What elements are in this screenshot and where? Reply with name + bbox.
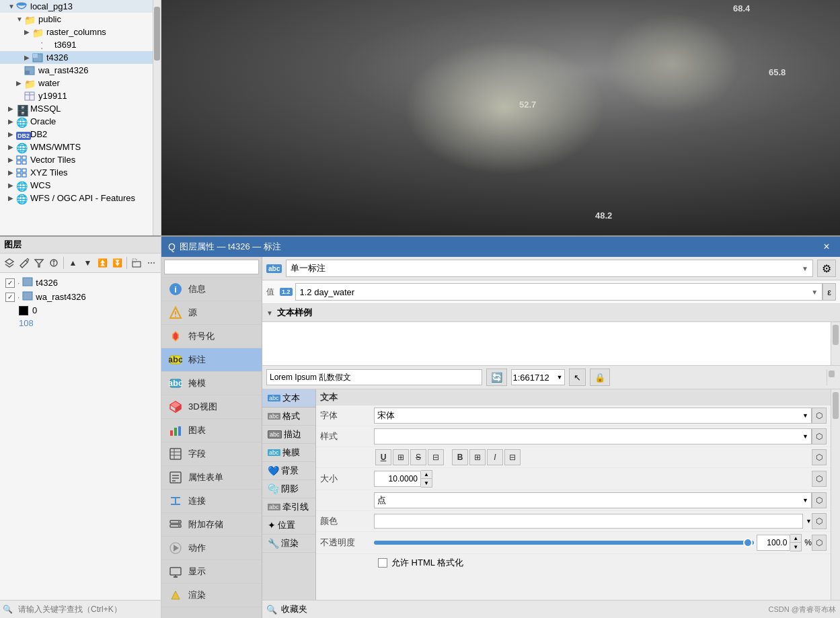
tree-scrollbar[interactable]	[153, 0, 161, 235]
opacity-slider[interactable]	[374, 538, 754, 547]
nav-item-action[interactable]: 动作	[161, 537, 262, 560]
tree-item-DB2[interactable]: ▶ DB2 DB2	[0, 128, 153, 141]
tree-item-XYZTiles[interactable]: ▶ XYZ Tiles	[0, 166, 153, 179]
layer-item-t4326[interactable]: · t4326	[3, 276, 158, 290]
cursor-btn[interactable]: ↖	[569, 369, 586, 386]
nav-item-storage[interactable]: 附加存储	[161, 513, 262, 537]
ratio-select[interactable]: 1:661712 ▼	[511, 369, 565, 385]
props-scrollbar[interactable]	[831, 389, 840, 600]
subnav-item-maskmask[interactable]: abc 掩膜	[262, 444, 315, 462]
subnav-item-shadow[interactable]: 🫧 阴影	[262, 480, 315, 498]
subnav-item-text[interactable]: abc 文本	[262, 389, 315, 408]
size-up-btn[interactable]: ▲	[421, 471, 432, 479]
opacity-spinbox[interactable]: ▲ ▼	[757, 534, 802, 551]
move-bottom-btn[interactable]: ⏬	[110, 256, 124, 270]
value-field-select[interactable]: 1.2 day_water ▼	[295, 283, 823, 301]
tree-item-Oracle[interactable]: ▶ 🌐 Oracle	[0, 115, 153, 128]
nav-item-symbol[interactable]: 符号化	[161, 325, 262, 348]
feature-btn[interactable]: f	[47, 256, 61, 270]
italic-btn[interactable]: I	[487, 449, 503, 465]
lorem-scrollbar[interactable]	[827, 369, 836, 385]
color-swatch[interactable]	[374, 514, 803, 529]
collapse-arrow[interactable]: ▼	[266, 309, 273, 317]
unit-select[interactable]: 点 ▼	[374, 492, 812, 508]
opacity-down-btn[interactable]: ▼	[790, 543, 801, 551]
nav-item-info[interactable]: i 信息	[161, 278, 262, 301]
font-select[interactable]: 宋体 ▼	[374, 408, 812, 424]
tree-item-WFS[interactable]: ▶ 🌐 WFS / OGC API - Features	[0, 192, 153, 204]
format-reset-btn[interactable]: ⬡	[812, 449, 827, 465]
size-spinbox[interactable]: ▲ ▼	[374, 470, 432, 488]
strikethrough-container-btn[interactable]: ⊞	[393, 449, 409, 465]
more-btn[interactable]: ⋯	[145, 256, 158, 270]
nav-item-form[interactable]: 属性表单	[161, 466, 262, 490]
size-reset-btn[interactable]: ⬡	[812, 471, 827, 487]
group-btn[interactable]	[130, 256, 143, 270]
dialog-close-button[interactable]: ×	[820, 240, 833, 254]
layer-visibility-wa[interactable]	[5, 293, 15, 302]
tree-item-VectorTiles[interactable]: ▶ Vector Tiles	[0, 153, 153, 166]
tree-item-water[interactable]: ▶ 📁 water	[0, 77, 153, 89]
size-down-btn[interactable]: ▼	[421, 479, 432, 487]
tree-item-WMS[interactable]: ▶ 🌐 WMS/WMTS	[0, 141, 153, 153]
nav-item-fields[interactable]: 字段	[161, 442, 262, 466]
subnav-item-stroke[interactable]: abc 描边	[262, 426, 315, 444]
allow-html-checkbox[interactable]	[378, 558, 387, 568]
color-reset-btn[interactable]: ⬡	[812, 513, 827, 529]
opacity-up-btn[interactable]: ▲	[790, 535, 801, 543]
label-mode-select[interactable]: 单一标注 ▼	[286, 260, 813, 277]
nav-search-input[interactable]	[164, 260, 259, 274]
tree-item-WCS[interactable]: ▶ 🌐 WCS	[0, 179, 153, 192]
subnav-item-callout[interactable]: abc 牵引线	[262, 498, 315, 516]
layers-search-input[interactable]	[15, 603, 158, 615]
tree-item-public[interactable]: ▼ 📁 public	[0, 13, 153, 26]
tree-item-t3691[interactable]: ⁚ t3691	[0, 38, 153, 51]
layer-visibility-t4326[interactable]	[5, 278, 15, 288]
nav-item-source[interactable]: 源	[161, 301, 262, 325]
layer-item-wa_rast4326[interactable]: · wa_rast4326	[3, 290, 158, 304]
tree-item-raster_columns[interactable]: ▶ 📁 raster_columns	[0, 26, 153, 38]
unit-reset-btn[interactable]: ⬡	[812, 492, 827, 508]
add-layer-btn[interactable]	[3, 256, 16, 270]
up-btn[interactable]: ▲	[67, 256, 80, 270]
opacity-input[interactable]	[757, 535, 790, 551]
opacity-reset-btn[interactable]: ⬡	[812, 535, 827, 551]
bold-btn[interactable]: B	[452, 449, 468, 465]
expression-btn[interactable]: ε	[823, 283, 836, 301]
strikethrough-btn[interactable]: S	[410, 449, 426, 465]
nav-item-label[interactable]: abc 标注	[161, 348, 262, 372]
underline-btn[interactable]: U	[375, 449, 391, 465]
nav-item-join[interactable]: 连接	[161, 490, 262, 513]
tree-item-t4326[interactable]: ▶ t4326	[0, 51, 153, 64]
nav-item-chart[interactable]: 图表	[161, 419, 262, 442]
bold-container-btn[interactable]: ⊞	[469, 449, 486, 465]
edit-layer-btn[interactable]	[17, 256, 31, 270]
italic-container-btn[interactable]: ⊟	[504, 449, 521, 465]
lock-btn[interactable]: 🔒	[590, 369, 610, 386]
style-select[interactable]: ▼	[374, 428, 812, 445]
move-top-btn[interactable]: ⏫	[96, 256, 109, 270]
label-settings-btn[interactable]: ⚙	[817, 260, 836, 277]
style-reset-btn[interactable]: ⬡	[812, 428, 827, 445]
callout-icon: abc	[268, 504, 280, 510]
refresh-btn[interactable]: 🔄	[486, 369, 507, 386]
subnav-item-bg[interactable]: 💙 背景	[262, 462, 315, 480]
lorem-input[interactable]	[266, 369, 482, 385]
filter-btn[interactable]	[32, 256, 46, 270]
tree-item-wa_rast4326[interactable]: wa_rast4326	[0, 64, 153, 77]
tree-item-local_pg13[interactable]: ▼ local_pg13	[0, 0, 153, 13]
tree-item-y19911[interactable]: y19911	[0, 89, 153, 102]
preview-scrollbar[interactable]	[831, 322, 840, 365]
size-input[interactable]	[374, 471, 421, 487]
subnav-item-render3[interactable]: 🔧 渲染	[262, 535, 315, 553]
nav-item-display[interactable]: 显示	[161, 560, 262, 584]
overline-container-btn[interactable]: ⊟	[428, 449, 444, 465]
tree-item-MSSQL[interactable]: ▶ 🗄️ MSSQL	[0, 102, 153, 115]
font-reset-btn[interactable]: ⬡	[812, 408, 827, 424]
down-btn[interactable]: ▼	[81, 256, 95, 270]
nav-item-render[interactable]: 渲染	[161, 584, 262, 607]
nav-item-mask[interactable]: abc 掩模	[161, 372, 262, 395]
subnav-item-position[interactable]: ✦ 位置	[262, 516, 315, 535]
nav-item-3d[interactable]: 3D视图	[161, 395, 262, 419]
subnav-item-format[interactable]: abc 格式	[262, 408, 315, 426]
